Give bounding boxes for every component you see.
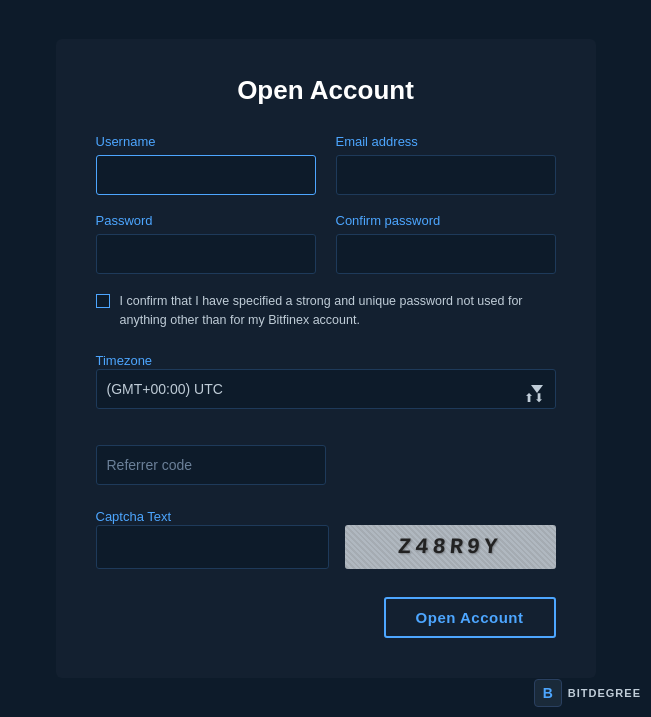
captcha-row: Z48R9Y [96, 525, 556, 569]
submit-row: Open Account [96, 597, 556, 638]
email-label: Email address [336, 134, 556, 149]
password-label: Password [96, 213, 316, 228]
captcha-image[interactable]: Z48R9Y [345, 525, 556, 569]
page-title: Open Account [96, 75, 556, 106]
username-email-row: Username Email address [96, 134, 556, 195]
password-confirm-label: I confirm that I have specified a strong… [120, 292, 556, 330]
bitdegree-badge: B BITDEGREE [534, 679, 641, 707]
captcha-section: Captcha Text Z48R9Y [96, 507, 556, 569]
open-account-button[interactable]: Open Account [384, 597, 556, 638]
timezone-label: Timezone [96, 353, 153, 368]
password-row: Password Confirm password [96, 213, 556, 274]
email-input[interactable] [336, 155, 556, 195]
email-field-group: Email address [336, 134, 556, 195]
password-field-group: Password [96, 213, 316, 274]
captcha-text: Z48R9Y [397, 535, 502, 560]
referrer-code-input[interactable] [96, 445, 326, 485]
timezone-select[interactable]: (GMT+00:00) UTC (GMT-05:00) EST (GMT+01:… [96, 369, 556, 409]
form-card: Open Account Username Email address Pass… [56, 39, 596, 679]
timezone-wrapper: (GMT+00:00) UTC (GMT-05:00) EST (GMT+01:… [96, 369, 556, 427]
password-confirm-checkbox[interactable] [96, 294, 110, 308]
captcha-input[interactable] [96, 525, 329, 569]
bitdegree-label: BITDEGREE [568, 687, 641, 699]
timezone-section: Timezone (GMT+00:00) UTC (GMT-05:00) EST… [96, 351, 556, 427]
username-field-group: Username [96, 134, 316, 195]
bitdegree-icon: B [534, 679, 562, 707]
confirm-password-label: Confirm password [336, 213, 556, 228]
captcha-label: Captcha Text [96, 509, 172, 524]
username-input[interactable] [96, 155, 316, 195]
bitdegree-icon-letter: B [543, 685, 553, 701]
confirm-password-input[interactable] [336, 234, 556, 274]
confirm-password-field-group: Confirm password [336, 213, 556, 274]
page-container: Open Account Username Email address Pass… [0, 0, 651, 717]
password-input[interactable] [96, 234, 316, 274]
password-confirmation-row: I confirm that I have specified a strong… [96, 292, 556, 330]
username-label: Username [96, 134, 316, 149]
